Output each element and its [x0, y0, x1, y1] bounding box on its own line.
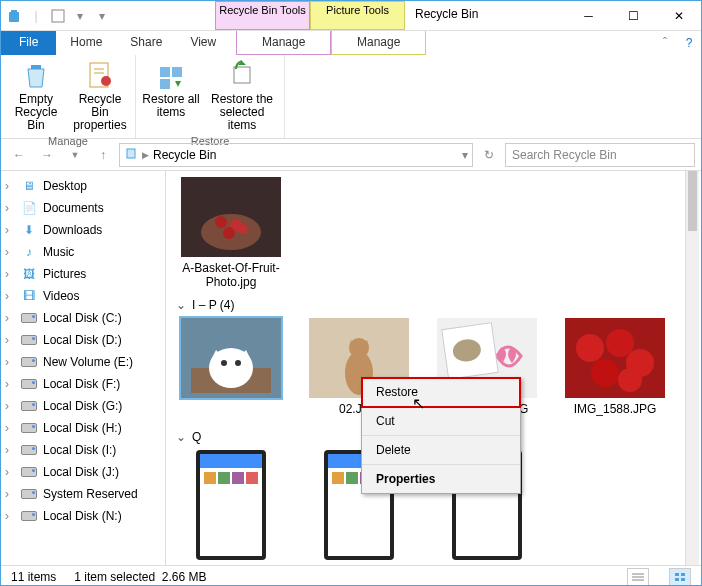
qat-dropdown-icon[interactable]: ▾	[71, 7, 89, 25]
tab-manage-recyclebin[interactable]: Manage	[236, 31, 331, 55]
chevron-right-icon[interactable]: ›	[5, 311, 15, 325]
navigation-bar: ← → ▼ ↑ ▶ Recycle Bin ▾ ↻ Search Recycle…	[1, 139, 701, 171]
context-menu-properties[interactable]: Properties	[362, 465, 520, 493]
tree-item[interactable]: ›⬇Downloads	[1, 219, 165, 241]
forward-button[interactable]: →	[35, 143, 59, 167]
file-item[interactable]: Screenshot_2019-06-13-22-44-51.png	[176, 450, 286, 565]
tree-item[interactable]: ›Local Disk (N:)	[1, 505, 165, 527]
tree-item[interactable]: ›📄Documents	[1, 197, 165, 219]
empty-recycle-bin-button[interactable]: Empty Recycle Bin	[7, 59, 65, 133]
group-title: Q	[192, 430, 201, 444]
tree-item[interactable]: ›♪Music	[1, 241, 165, 263]
tree-item[interactable]: ›Local Disk (C:)	[1, 307, 165, 329]
details-view-button[interactable]	[627, 568, 649, 586]
search-box[interactable]: Search Recycle Bin	[505, 143, 695, 167]
recycle-bin-icon	[124, 146, 138, 163]
navigation-tree[interactable]: ›🖥Desktop›📄Documents›⬇Downloads›♪Music›🖼…	[1, 171, 166, 565]
restore-all-label: Restore all items	[142, 93, 200, 119]
svg-rect-11	[234, 67, 250, 83]
music-icon: ♪	[21, 244, 37, 260]
svg-point-23	[235, 360, 241, 366]
svg-rect-3	[31, 65, 41, 69]
tree-item[interactable]: ›New Volume (E:)	[1, 351, 165, 373]
chevron-right-icon[interactable]: ›	[5, 355, 15, 369]
up-button[interactable]: ↑	[91, 143, 115, 167]
tree-item-label: Local Disk (C:)	[43, 311, 122, 325]
maximize-button[interactable]: ☐	[611, 1, 656, 30]
context-menu-delete[interactable]: Delete	[362, 436, 520, 465]
picture-icon: 🖼	[21, 266, 37, 282]
qat-overflow-icon[interactable]: ▾	[93, 7, 111, 25]
chevron-right-icon[interactable]: ›	[5, 289, 15, 303]
address-separator-icon[interactable]: ▶	[142, 150, 149, 160]
thumbnails-view-button[interactable]	[669, 568, 691, 586]
empty-bin-label: Empty Recycle Bin	[7, 93, 65, 133]
chevron-right-icon[interactable]: ›	[5, 333, 15, 347]
file-name: A-Basket-Of-Fruit-Photo.jpg	[176, 261, 286, 290]
tree-item-label: Local Disk (G:)	[43, 399, 122, 413]
tree-item[interactable]: ›🖼Pictures	[1, 263, 165, 285]
chevron-right-icon[interactable]: ›	[5, 245, 15, 259]
close-button[interactable]: ✕	[656, 1, 701, 30]
file-list[interactable]: A-Basket-Of-Fruit-Photo.jpg ⌄ I – P (4) …	[166, 171, 701, 565]
chevron-right-icon[interactable]: ›	[5, 179, 15, 193]
recent-locations-button[interactable]: ▼	[63, 143, 87, 167]
chevron-right-icon[interactable]: ›	[5, 399, 15, 413]
drive-icon	[21, 464, 37, 480]
restore-all-button[interactable]: Restore all items	[142, 59, 200, 133]
drive-icon	[21, 310, 37, 326]
refresh-button[interactable]: ↻	[477, 143, 501, 167]
window-controls: ─ ☐ ✕	[566, 1, 701, 30]
chevron-right-icon[interactable]: ›	[5, 443, 15, 457]
file-item[interactable]: IMG_1588.JPG	[560, 318, 670, 416]
empty-bin-icon	[20, 59, 52, 91]
tree-item[interactable]: ›Local Disk (I:)	[1, 439, 165, 461]
svg-point-36	[606, 329, 634, 357]
scrollbar[interactable]	[685, 171, 699, 565]
chevron-right-icon[interactable]: ›	[5, 421, 15, 435]
file-item[interactable]: A-Basket-Of-Fruit-Photo.jpg	[176, 177, 286, 290]
address-location: Recycle Bin	[153, 148, 458, 162]
svg-rect-8	[160, 67, 170, 77]
file-item[interactable]	[176, 318, 286, 416]
group-header[interactable]: ⌄ I – P (4)	[176, 298, 691, 312]
svg-rect-12	[127, 149, 135, 158]
context-menu-cut[interactable]: Cut	[362, 407, 520, 436]
tree-item[interactable]: ›Local Disk (G:)	[1, 395, 165, 417]
address-bar[interactable]: ▶ Recycle Bin ▾	[119, 143, 473, 167]
chevron-right-icon[interactable]: ›	[5, 487, 15, 501]
collapse-ribbon-button[interactable]: ˆ	[653, 31, 677, 55]
scrollbar-thumb[interactable]	[688, 171, 697, 231]
chevron-down-icon: ⌄	[176, 298, 186, 312]
tree-item[interactable]: ›System Reserved	[1, 483, 165, 505]
help-button[interactable]: ?	[677, 31, 701, 55]
chevron-right-icon[interactable]: ›	[5, 509, 15, 523]
context-menu-restore[interactable]: Restore	[362, 378, 520, 407]
tree-item[interactable]: ›🖥Desktop	[1, 175, 165, 197]
address-dropdown-icon[interactable]: ▾	[462, 148, 468, 162]
svg-rect-10	[160, 79, 170, 89]
drive-icon	[21, 354, 37, 370]
recycle-bin-properties-button[interactable]: Recycle Bin properties	[71, 59, 129, 133]
chevron-right-icon[interactable]: ›	[5, 377, 15, 391]
tree-item[interactable]: ›Local Disk (J:)	[1, 461, 165, 483]
tree-item[interactable]: ›Local Disk (D:)	[1, 329, 165, 351]
chevron-right-icon[interactable]: ›	[5, 223, 15, 237]
qat-properties-icon[interactable]	[49, 7, 67, 25]
chevron-right-icon[interactable]: ›	[5, 267, 15, 281]
minimize-button[interactable]: ─	[566, 1, 611, 30]
tab-share[interactable]: Share	[116, 31, 176, 55]
tree-item[interactable]: ›🎞Videos	[1, 285, 165, 307]
back-button[interactable]: ←	[7, 143, 31, 167]
restore-selected-button[interactable]: Restore the selected items	[206, 59, 278, 133]
chevron-right-icon[interactable]: ›	[5, 201, 15, 215]
drive-icon	[21, 332, 37, 348]
tab-view[interactable]: View	[176, 31, 230, 55]
chevron-right-icon[interactable]: ›	[5, 465, 15, 479]
tree-item[interactable]: ›Local Disk (F:)	[1, 373, 165, 395]
svg-rect-44	[681, 573, 685, 576]
tab-file[interactable]: File	[1, 31, 56, 55]
tree-item[interactable]: ›Local Disk (H:)	[1, 417, 165, 439]
tab-home[interactable]: Home	[56, 31, 116, 55]
tab-manage-picture[interactable]: Manage	[331, 31, 426, 55]
